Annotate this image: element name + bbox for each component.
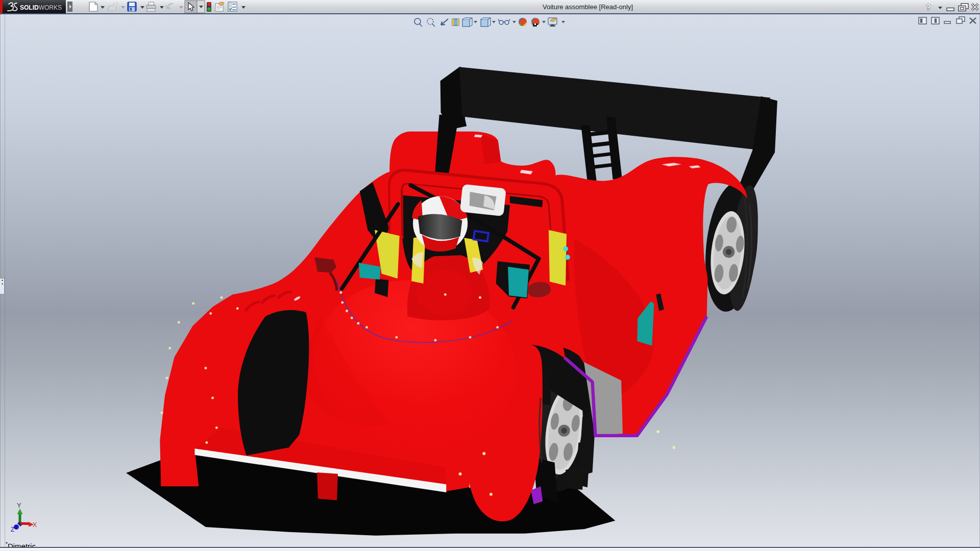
- svg-text:Z: Z: [11, 526, 14, 533]
- svg-text:SOLIDWORKS: SOLIDWORKS: [20, 4, 62, 11]
- svg-text:X: X: [33, 521, 37, 529]
- svg-text:?: ?: [926, 3, 931, 12]
- svg-text:Y: Y: [17, 502, 21, 509]
